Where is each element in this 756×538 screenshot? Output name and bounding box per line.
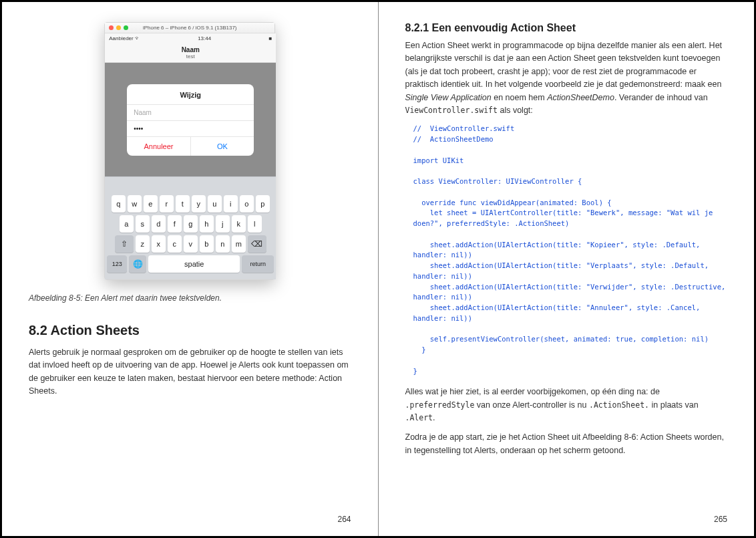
delete-key[interactable]: ⌫ bbox=[248, 235, 266, 253]
key-u[interactable]: u bbox=[208, 195, 222, 213]
key-b[interactable]: b bbox=[200, 235, 214, 253]
return-key[interactable]: return bbox=[242, 255, 274, 273]
alert-textfield-1[interactable]: Naam bbox=[127, 104, 254, 120]
book-spread: iPhone 6 – iPhone 6 / iOS 9.1 (13B137) A… bbox=[0, 0, 756, 538]
nav-title: Naam bbox=[182, 46, 200, 53]
key-f[interactable]: f bbox=[168, 215, 182, 233]
page-right: 8.2.1 Een eenvoudig Action Sheet Een Act… bbox=[379, 2, 755, 536]
window-title: iPhone 6 – iPhone 6 / iOS 9.1 (13B137) bbox=[105, 25, 274, 31]
figure-caption: Afbeelding 8-5: Een Alert met daarin twe… bbox=[29, 293, 351, 303]
key-w[interactable]: w bbox=[128, 195, 142, 213]
key-row-3: ⇧ zxcvbnm ⌫ bbox=[107, 235, 274, 253]
nav-bar: Naam test bbox=[105, 43, 276, 63]
key-x[interactable]: x bbox=[152, 235, 166, 253]
key-d[interactable]: d bbox=[152, 215, 166, 233]
key-i[interactable]: i bbox=[224, 195, 238, 213]
page-number: 265 bbox=[714, 515, 727, 524]
status-bar: Aanbieder ᯤ 13:44 ■ bbox=[105, 33, 276, 43]
key-s[interactable]: s bbox=[136, 215, 150, 233]
explain-paragraph-2: Zodra je de app start, zie je het Action… bbox=[405, 431, 728, 457]
page-number: 264 bbox=[337, 515, 351, 524]
key-q[interactable]: q bbox=[112, 195, 126, 213]
ios-simulator: iPhone 6 – iPhone 6 / iOS 9.1 (13B137) A… bbox=[104, 22, 275, 280]
carrier-label: Aanbieder ᯤ bbox=[109, 35, 140, 41]
numbers-key[interactable]: 123 bbox=[107, 255, 127, 273]
key-y[interactable]: y bbox=[192, 195, 206, 213]
key-p[interactable]: p bbox=[256, 195, 270, 213]
shift-key[interactable]: ⇧ bbox=[115, 235, 134, 253]
page-left: iPhone 6 – iPhone 6 / iOS 9.1 (13B137) A… bbox=[2, 2, 378, 536]
key-m[interactable]: m bbox=[232, 235, 246, 253]
key-v[interactable]: v bbox=[184, 235, 198, 253]
alert-ok-button[interactable]: OK bbox=[191, 137, 254, 156]
subsection-heading-8-2-1: 8.2.1 Een eenvoudig Action Sheet bbox=[405, 22, 728, 34]
figure-8-5: iPhone 6 – iPhone 6 / iOS 9.1 (13B137) A… bbox=[29, 22, 351, 280]
keyboard: qwertyuiop asdfghjkl ⇧ zxcvbnm ⌫ 123 🌐 s… bbox=[105, 192, 276, 279]
app-template-name: Single View Application bbox=[405, 93, 492, 102]
key-h[interactable]: h bbox=[200, 215, 214, 233]
alert-textfield-2[interactable]: •••• bbox=[127, 120, 254, 136]
alert-dialog: Wijzig Naam •••• Annuleer OK bbox=[127, 84, 254, 156]
alert-title: Wijzig bbox=[127, 84, 254, 104]
space-key[interactable]: spatie bbox=[148, 255, 240, 273]
filename-code: ViewController.swift bbox=[405, 106, 498, 115]
key-r[interactable]: r bbox=[160, 195, 174, 213]
alert-cancel-button[interactable]: Annuleer bbox=[127, 137, 191, 156]
key-g[interactable]: g bbox=[184, 215, 198, 233]
key-e[interactable]: e bbox=[144, 195, 158, 213]
project-name: ActionSheetDemo bbox=[547, 93, 614, 102]
globe-key[interactable]: 🌐 bbox=[129, 255, 146, 273]
keyboard-accessory bbox=[105, 176, 276, 192]
key-row-1: qwertyuiop bbox=[107, 195, 274, 213]
explain-paragraph-1: Alles wat je hier ziet, is al eerder voo… bbox=[405, 386, 728, 424]
key-row-2: asdfghjkl bbox=[107, 215, 274, 233]
key-c[interactable]: c bbox=[168, 235, 182, 253]
code-listing: // ViewController.swift // ActionSheetDe… bbox=[413, 124, 728, 376]
key-z[interactable]: z bbox=[136, 235, 150, 253]
section-heading-8-2: 8.2 Action Sheets bbox=[29, 323, 351, 338]
key-k[interactable]: k bbox=[232, 215, 246, 233]
window-chrome: iPhone 6 – iPhone 6 / iOS 9.1 (13B137) bbox=[105, 23, 274, 33]
dimmed-backdrop: Wijzig Naam •••• Annuleer OK bbox=[105, 63, 276, 176]
clock-label: 13:44 bbox=[198, 35, 211, 41]
key-t[interactable]: t bbox=[176, 195, 190, 213]
key-a[interactable]: a bbox=[120, 215, 134, 233]
nav-subtitle: test bbox=[186, 53, 195, 59]
key-o[interactable]: o bbox=[240, 195, 254, 213]
key-n[interactable]: n bbox=[216, 235, 230, 253]
key-l[interactable]: l bbox=[248, 215, 262, 233]
key-j[interactable]: j bbox=[216, 215, 230, 233]
intro-paragraph: Een Action Sheet werkt in programmacode … bbox=[405, 39, 728, 117]
battery-icon: ■ bbox=[268, 35, 272, 41]
section-body: Alerts gebruik je normaal gesproken om d… bbox=[29, 346, 351, 398]
